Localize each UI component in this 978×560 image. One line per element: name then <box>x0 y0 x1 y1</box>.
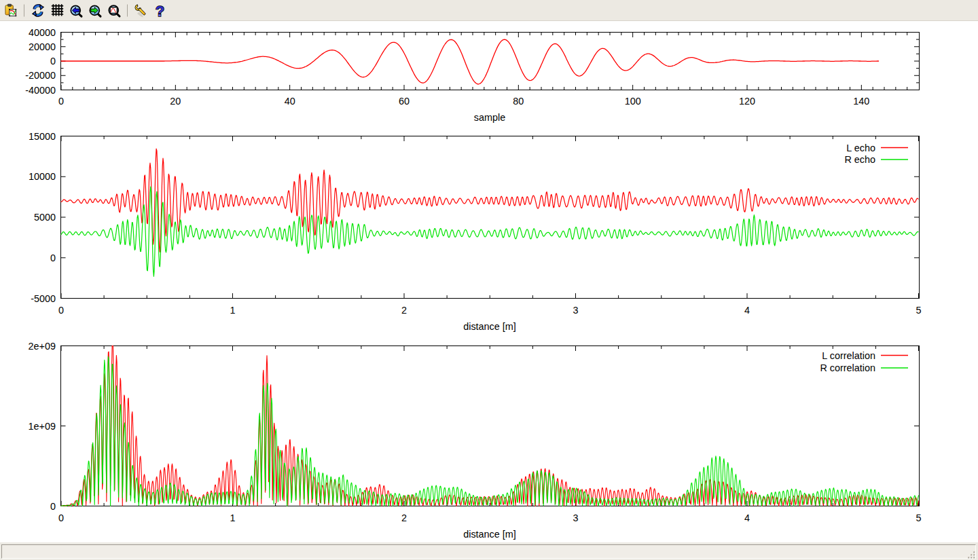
svg-text:distance [m]: distance [m] <box>463 529 516 540</box>
svg-text:0: 0 <box>58 512 64 523</box>
svg-text:-40000: -40000 <box>25 85 56 96</box>
svg-text:L echo: L echo <box>846 143 875 153</box>
svg-text:3: 3 <box>573 512 578 523</box>
svg-text:2e+09: 2e+09 <box>29 341 56 352</box>
svg-text:10000: 10000 <box>29 171 56 182</box>
svg-text:140: 140 <box>853 96 869 107</box>
svg-text:5000: 5000 <box>34 212 56 223</box>
svg-text:0: 0 <box>58 305 64 316</box>
svg-text:-5000: -5000 <box>31 293 56 304</box>
svg-text:2: 2 <box>401 512 407 523</box>
svg-text:20000: 20000 <box>29 41 56 52</box>
svg-text:3: 3 <box>573 305 578 316</box>
svg-text:2: 2 <box>401 305 407 316</box>
svg-text:15000: 15000 <box>29 131 56 142</box>
svg-text:1: 1 <box>230 305 235 316</box>
svg-text:0: 0 <box>58 96 64 107</box>
svg-text:-20000: -20000 <box>25 70 56 81</box>
svg-text:?: ? <box>156 3 164 20</box>
svg-text:0: 0 <box>50 501 56 512</box>
svg-text:80: 80 <box>513 96 524 107</box>
svg-text:R echo: R echo <box>844 154 875 165</box>
svg-text:120: 120 <box>739 96 755 107</box>
svg-text:40000: 40000 <box>29 27 56 38</box>
svg-text:4: 4 <box>744 512 750 523</box>
svg-text:5: 5 <box>916 512 921 523</box>
svg-text:1: 1 <box>230 512 235 523</box>
svg-text:1e+09: 1e+09 <box>29 421 56 432</box>
svg-text:0: 0 <box>50 56 56 67</box>
svg-text:5: 5 <box>916 305 921 316</box>
svg-text:sample: sample <box>474 112 505 123</box>
svg-text:40: 40 <box>285 96 295 107</box>
svg-text:distance [m]: distance [m] <box>463 321 516 332</box>
svg-text:R correlation: R correlation <box>820 362 875 373</box>
svg-text:100: 100 <box>625 96 641 107</box>
svg-text:4: 4 <box>744 305 750 316</box>
svg-text:L correlation: L correlation <box>822 350 875 361</box>
svg-text:60: 60 <box>399 96 410 107</box>
svg-text:20: 20 <box>170 96 181 107</box>
svg-text:0: 0 <box>50 253 56 263</box>
